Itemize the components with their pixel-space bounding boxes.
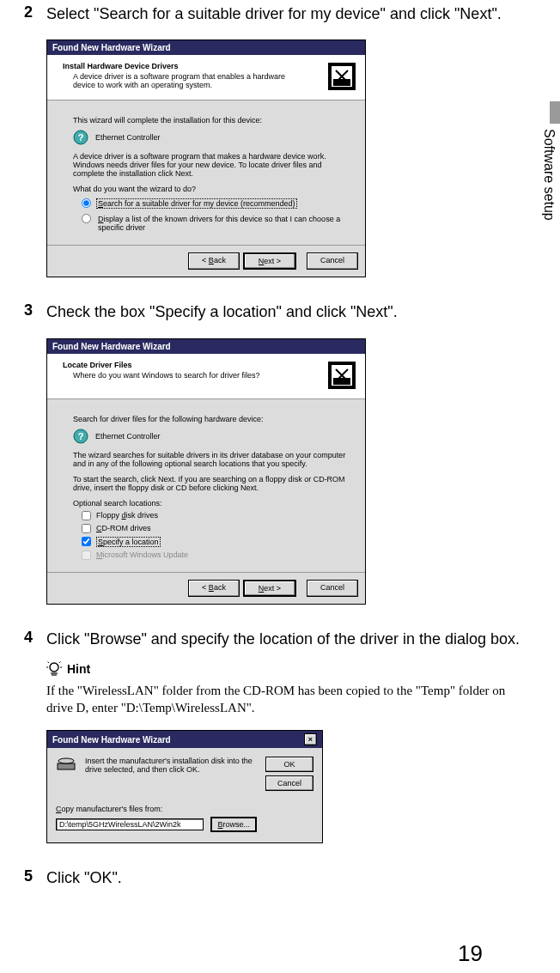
wizard-button-bar: < Back Next > Cancel	[47, 245, 365, 277]
disk-icon	[56, 757, 76, 772]
cancel-button[interactable]: Cancel	[307, 252, 358, 270]
dialog-title-text: Found New Hardware Wizard	[52, 735, 171, 745]
browse-button[interactable]: Browse...	[210, 817, 257, 832]
optional-locations-label: Optional search locations:	[73, 499, 353, 508]
step-2-number: 2	[24, 3, 46, 24]
svg-text:?: ?	[78, 431, 84, 441]
hardware-icon	[327, 62, 356, 91]
wizard-prompt: What do you want the wizard to do?	[73, 185, 353, 193]
radio-search-suitable-label: SSearch for a suitable driver for my dev…	[96, 198, 297, 209]
wizard-locate-files: Found New Hardware Wizard Locate Driver …	[46, 338, 366, 605]
radio-search-suitable[interactable]: SSearch for a suitable driver for my dev…	[73, 198, 353, 209]
svg-text:?: ?	[78, 132, 84, 143]
wizard-device-name: Ethernet Controller	[95, 432, 161, 441]
step-5-text: Click "OK".	[46, 867, 122, 888]
checkbox-specify-location-label: Specify a location	[96, 537, 161, 547]
hint-text: If the "WirelessLAN" folder from the CD-…	[46, 682, 526, 717]
question-icon: ?	[73, 130, 88, 145]
hardware-icon	[327, 361, 356, 390]
checkbox-cdrom-input[interactable]	[82, 524, 91, 533]
step-3-number: 3	[24, 301, 46, 322]
wizard-device-row: ? Ethernet Controller	[73, 429, 353, 444]
radio-display-list[interactable]: Display a list of the known drivers for …	[73, 214, 353, 233]
svg-line-15	[48, 661, 50, 663]
wizard-header: Install Hardware Device Drivers A device…	[47, 55, 365, 100]
checkbox-windows-update: Microsoft Windows Update	[73, 550, 353, 560]
checkbox-cdrom-label: CD-ROM drives	[96, 524, 151, 532]
radio-search-suitable-input[interactable]	[82, 198, 91, 208]
checkbox-specify-location[interactable]: Specify a location	[73, 537, 353, 547]
checkbox-floppy-input[interactable]	[82, 511, 91, 520]
step-5-number: 5	[24, 867, 46, 888]
wizard-titlebar: Found New Hardware Wizard	[47, 40, 365, 55]
ok-button[interactable]: OK	[265, 757, 313, 772]
wizard-line1: This wizard will complete the installati…	[73, 116, 353, 125]
wizard-body: Search for driver files for the followin…	[47, 399, 365, 572]
radio-display-list-input[interactable]	[82, 214, 91, 223]
path-input[interactable]	[56, 818, 204, 830]
wizard-heading: Locate Driver Files	[63, 361, 260, 369]
svg-line-16	[59, 661, 61, 663]
wizard-subheading: Where do you want Windows to search for …	[63, 371, 260, 380]
hint-icon	[46, 661, 62, 677]
step-4: 4 Click "Browse" and specify the locatio…	[24, 629, 526, 649]
cancel-button[interactable]: Cancel	[307, 580, 358, 597]
side-tab-label: Software setup	[541, 124, 557, 240]
wizard-device-name: Ethernet Controller	[95, 133, 161, 142]
step-2-text: Select "Search for a suitable driver for…	[46, 3, 502, 24]
svg-rect-17	[58, 763, 75, 769]
svg-point-18	[58, 758, 74, 763]
step-3: 3 Check the box "Specify a location" and…	[24, 301, 526, 322]
wizard-line1: Search for driver files for the followin…	[73, 415, 353, 423]
step-3-text: Check the box "Specify a location" and c…	[46, 301, 398, 322]
svg-point-10	[50, 663, 58, 672]
next-button[interactable]: Next >	[243, 580, 296, 597]
checkbox-windows-update-input	[82, 550, 91, 560]
side-tab: Software setup	[541, 101, 560, 240]
next-button[interactable]: Next >	[243, 252, 296, 270]
svg-rect-2	[333, 79, 350, 86]
wizard-desc: A device driver is a software program th…	[73, 152, 353, 178]
wizard-subheading: A device driver is a software program th…	[63, 72, 305, 89]
close-button[interactable]: ×	[304, 733, 317, 745]
step-4-text: Click "Browse" and specify the location …	[46, 629, 520, 649]
dialog-body: Insert the manufacturer's installation d…	[47, 748, 322, 842]
page-number: 19	[24, 940, 526, 967]
wizard-button-bar: < Back Next > Cancel	[47, 572, 365, 604]
question-icon: ?	[73, 429, 88, 444]
back-button[interactable]: < Back	[188, 252, 240, 270]
cancel-button[interactable]: Cancel	[265, 775, 313, 791]
svg-rect-7	[333, 378, 350, 385]
checkbox-floppy[interactable]: Floppy disk drives	[73, 511, 353, 520]
dialog-insert-disk: Found New Hardware Wizard × Insert the m…	[46, 730, 323, 843]
checkbox-specify-location-input[interactable]	[82, 537, 91, 546]
checkbox-windows-update-label: Microsoft Windows Update	[96, 550, 188, 559]
wizard-device-row: ? Ethernet Controller	[73, 130, 353, 145]
back-button[interactable]: < Back	[188, 580, 240, 597]
wizard-desc1: The wizard searches for suitable drivers…	[73, 451, 353, 468]
checkbox-floppy-label: Floppy disk drives	[96, 511, 158, 520]
wizard-desc2: To start the search, click Next. If you …	[73, 475, 353, 492]
dialog-message: Insert the manufacturer's installation d…	[85, 757, 257, 774]
step-4-number: 4	[24, 629, 46, 649]
wizard-titlebar: Found New Hardware Wizard	[47, 339, 365, 354]
wizard-install-drivers: Found New Hardware Wizard Install Hardwa…	[46, 40, 366, 277]
hint-label: Hint	[67, 662, 90, 676]
wizard-body: This wizard will complete the installati…	[47, 100, 365, 245]
copy-from-label: Copy manufacturer's files from:	[56, 805, 257, 813]
hint-row: Hint	[46, 661, 526, 677]
radio-display-list-label: Display a list of the known drivers for …	[96, 214, 353, 233]
dialog-titlebar: Found New Hardware Wizard ×	[47, 731, 322, 748]
step-2: 2 Select "Search for a suitable driver f…	[24, 3, 526, 24]
dialog-message-row: Insert the manufacturer's installation d…	[56, 757, 257, 774]
step-5: 5 Click "OK".	[24, 867, 526, 888]
checkbox-cdrom[interactable]: CD-ROM drives	[73, 524, 353, 533]
side-tab-marker	[550, 101, 560, 124]
wizard-header: Locate Driver Files Where do you want Wi…	[47, 354, 365, 399]
wizard-heading: Install Hardware Device Drivers	[63, 62, 305, 70]
